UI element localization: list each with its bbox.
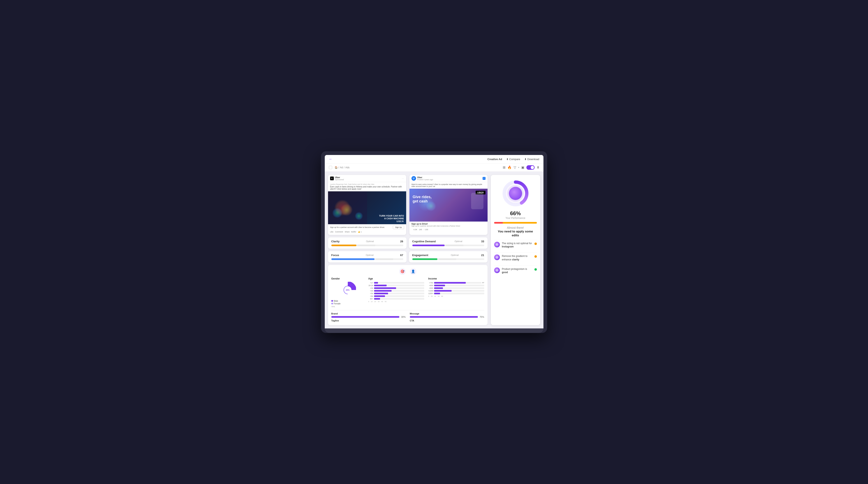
filter-icon[interactable]: ▽ — [514, 165, 516, 169]
age-bar-65: 65+ — [368, 298, 424, 300]
focus-fill — [331, 258, 374, 260]
income-bar-800: <800 — [428, 285, 484, 287]
pie-label-female: 25% — [346, 289, 349, 291]
audience-charts: Gender — [331, 277, 484, 308]
cognitive-title: Cognitive Demand — [412, 240, 436, 243]
ad-breadcrumb[interactable]: Ad — [340, 166, 343, 169]
metrics-grid: Clarity Optimal 26 Cognitive Demand — [328, 237, 488, 262]
age-bar-18-24: 18-24 — [368, 285, 424, 287]
brand-message-section: Brand 30% Tagline Message 75% — [331, 310, 484, 322]
suggestion-sizing: The sizing is not optimal for Instagram — [494, 240, 537, 250]
home-icon[interactable]: 🏠 — [335, 166, 338, 169]
audience-header: 🎯 👤 — [331, 268, 484, 275]
age-bar-34: <34 — [368, 287, 424, 289]
income-fill-750 — [434, 282, 466, 284]
audience-section: 🎯 👤 Gender — [328, 265, 488, 325]
suggestion-gradient: Remove the gradient to enhance clarity — [494, 253, 537, 263]
select-checkbox[interactable] — [329, 166, 332, 169]
ad2-stat-2: 145 — [419, 229, 422, 231]
ad1-comment[interactable]: Comment — [335, 231, 343, 233]
ad2-heatmap-green — [426, 201, 436, 211]
ad1-more-icon[interactable]: ··· — [402, 177, 404, 180]
back-button[interactable]: ← — [329, 157, 333, 161]
fire-icon[interactable]: 🔥 — [507, 165, 512, 169]
ad1-footer-text: Sign up for a partner account with Uber … — [330, 226, 385, 228]
ad1-share[interactable]: Share — [345, 231, 350, 233]
cognitive-value: 33 — [481, 240, 484, 243]
age-title: Age — [368, 277, 424, 280]
income-fill-800 — [434, 285, 445, 286]
income-fill-900 — [434, 287, 443, 289]
engagement-fill — [412, 258, 438, 260]
sizing-icon — [494, 242, 500, 248]
income-bar-1000: <1000 — [428, 290, 484, 292]
engagement-value: 21 — [481, 254, 484, 257]
gender-pie: 25% — [340, 282, 356, 298]
layout-icon[interactable]: ▣ — [521, 165, 524, 169]
protagonist-badge — [534, 268, 537, 271]
audience-person-icon[interactable]: 👤 — [410, 268, 416, 275]
ad1-header: U Uber Sponsored ··· — [328, 175, 406, 182]
suggestion-protagonist: Product protagonism is good — [494, 265, 537, 276]
ad1-like[interactable]: Like — [330, 231, 334, 233]
ads-row: U Uber Sponsored ··· LeeAnn Rasachak Fah… — [328, 175, 488, 235]
income-fill-1200 — [434, 293, 440, 294]
performance-subtitle: Your Performance — [505, 217, 525, 220]
cognitive-bar — [412, 245, 484, 246]
clarity-optimal — [357, 245, 375, 246]
ad1-header-text: LeeAnn Rasachak Fahl, Todd Defren and 32… — [330, 183, 404, 185]
ad2-footer: Sign up to Drive! Sign up for a partner … — [409, 222, 488, 233]
metric-clarity: Clarity Optimal 26 — [328, 237, 407, 249]
view-toggle[interactable] — [526, 165, 535, 170]
clarity-value: 26 — [400, 240, 403, 243]
focus-title: Focus — [331, 254, 339, 257]
clarity-title: Clarity — [331, 240, 340, 243]
clarity-bar — [331, 245, 403, 246]
message-value: 75% — [479, 316, 484, 318]
ad1-overlay-text: TURN YOUR CAR INTO A CASH MACHINE — [379, 215, 404, 220]
engagement-label: Optimal — [451, 254, 459, 256]
toolbar-icons: ⊞ 🔥 ▽ ▾ ▣ ⬇ — [503, 165, 539, 170]
ad1-brand-name: Uber — [335, 176, 344, 179]
performance-color-bar — [494, 222, 537, 224]
ad1-image: TURN YOUR CAR INTO A CASH MACHINE UBER — [328, 191, 406, 224]
metric-focus: Focus Optimal 67 — [328, 251, 407, 262]
compare-link[interactable]: ⬇ Compare — [506, 158, 520, 161]
ad2-cta-title: Sign up to Drive! — [411, 223, 460, 225]
gradient-text: Remove the gradient to enhance clarity — [502, 254, 532, 261]
performance-message: Almost there! You need to apply some edi… — [494, 226, 537, 237]
sizing-badge — [534, 243, 537, 245]
grid-icon[interactable]: ⊞ — [503, 165, 505, 169]
save-icon[interactable]: ⬇ — [537, 165, 539, 169]
ad2-footer-text: Sign up for a partner account with Uber … — [411, 225, 460, 227]
creative-ad-link[interactable]: Creative Ad — [487, 158, 502, 161]
female-dot — [331, 303, 333, 304]
svg-point-7 — [496, 244, 498, 245]
metric-engagement: Engagement Optimal 21 — [409, 251, 488, 262]
chevron-down-icon[interactable]: ▾ — [518, 166, 519, 168]
cognitive-optimal — [445, 245, 464, 246]
uber-ad2-icon: U — [411, 176, 416, 181]
message-bar-row: 75% — [410, 316, 484, 318]
engagement-bar — [412, 258, 484, 260]
age-bar-64: <64 — [368, 295, 424, 297]
female-percent: 75% — [331, 305, 364, 308]
toggle-switch[interactable] — [526, 165, 535, 170]
income-section: Income <750 67 <800 — [428, 277, 484, 308]
ad1-body-text: Earn cash in fares driving in Helena and… — [330, 186, 402, 190]
sizing-svg — [496, 243, 498, 246]
ad1-buffer[interactable]: Buffer — [351, 231, 356, 233]
ad1-cta-button[interactable]: Sign Up — [393, 225, 404, 229]
audience-target-icon[interactable]: 🎯 — [399, 268, 406, 275]
sizing-text: The sizing is not optimal for Instagram — [502, 242, 532, 249]
age-fill-18 — [374, 285, 386, 286]
male-label: Male — [334, 300, 338, 302]
download-link[interactable]: ⬇ Download — [524, 158, 539, 161]
need-text: You need to apply some edits — [494, 229, 537, 237]
top-navigation: ← Creative Ad ⬇ Compare ⬇ Download — [325, 155, 544, 164]
nav-right: Creative Ad ⬇ Compare ⬇ Download — [487, 158, 539, 161]
metric-cognitive: Cognitive Demand Optimal 33 — [409, 237, 488, 249]
performance-percent: 66% — [505, 210, 525, 217]
focus-value: 67 — [400, 254, 403, 257]
income-bar-750: <750 67 — [428, 282, 484, 284]
